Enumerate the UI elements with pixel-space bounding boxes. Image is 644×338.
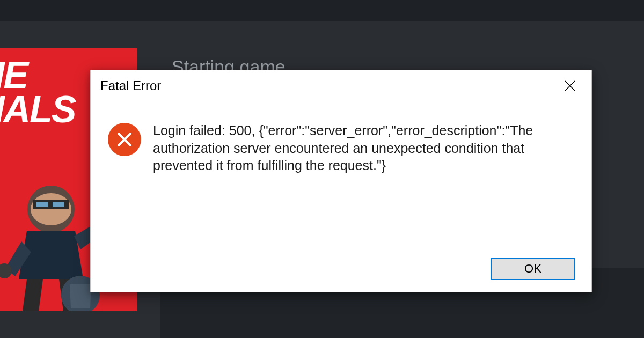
svg-rect-4 bbox=[53, 202, 64, 207]
close-icon bbox=[564, 79, 576, 92]
dialog-body: Login failed: 500, {"error":"server_erro… bbox=[91, 101, 591, 174]
svg-rect-3 bbox=[36, 202, 48, 207]
ok-button[interactable]: OK bbox=[491, 258, 575, 280]
launcher-top-bar bbox=[0, 0, 644, 21]
error-message: Login failed: 500, {"error":"server_erro… bbox=[153, 122, 575, 174]
tile-title-line2: NALS bbox=[0, 89, 76, 130]
error-icon bbox=[108, 123, 141, 156]
dialog-footer: OK bbox=[491, 258, 575, 280]
close-button[interactable] bbox=[554, 74, 586, 98]
dialog-title: Fatal Error bbox=[100, 78, 161, 93]
error-dialog: Fatal Error Login failed: 500, {"error":… bbox=[90, 70, 592, 292]
game-tile-title: HE NALS bbox=[0, 58, 76, 127]
dialog-titlebar: Fatal Error bbox=[91, 70, 591, 101]
